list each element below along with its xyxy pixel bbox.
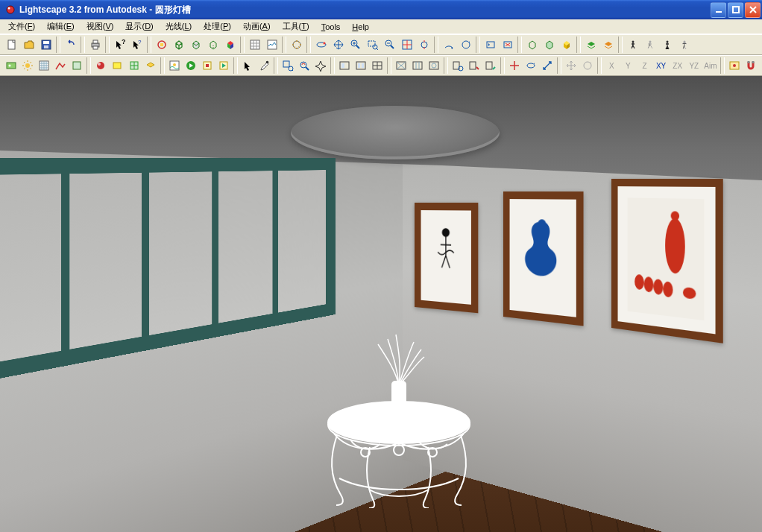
axis-x-button[interactable]: X [603,57,620,74]
new-button[interactable] [3,37,20,53]
blocks-panel-button[interactable] [125,57,142,74]
axis-yz-button[interactable]: YZ [686,57,702,74]
scene-table-wireframe [298,314,500,508]
help-cursor-button[interactable]: ? [111,37,128,53]
menu-item-view[interactable]: 视图(V) [81,20,119,33]
magnet-button[interactable] [743,57,759,74]
move-plus-button[interactable] [506,57,523,74]
frame3-button[interactable] [369,57,385,74]
wire-cube-button[interactable] [170,37,187,53]
render-button[interactable] [3,57,19,74]
stand-button[interactable] [658,37,676,53]
orbit-button[interactable] [312,37,330,53]
stop-tool-button[interactable] [199,57,215,74]
zoom-extents-button[interactable] [398,37,415,53]
mesh1-button[interactable] [393,57,409,74]
texture-button[interactable] [246,37,263,53]
query3-button[interactable] [482,57,499,74]
maximize-button[interactable] [728,2,743,18]
color-cube-button[interactable] [221,37,239,53]
whats-this-button[interactable]: ? [128,37,145,53]
tilt-button[interactable] [440,37,457,53]
eyedropper-button[interactable] [256,57,272,74]
viewport-3d[interactable] [0,76,762,532]
pan-button[interactable] [330,37,347,53]
svg-point-86 [394,445,404,455]
close-button[interactable] [745,2,761,18]
zoom-region-button[interactable] [280,57,296,74]
frame2-button[interactable] [353,57,369,74]
menu-item-process[interactable]: 处理(P) [198,20,236,33]
zoom-in-button[interactable] [347,37,364,53]
undo-button[interactable] [62,37,79,53]
run-button[interactable] [641,37,658,53]
fly-button[interactable] [676,37,693,53]
minimize-button[interactable] [711,2,726,18]
menu-item-tools-cn[interactable]: 工具(T) [277,20,315,33]
save-button[interactable] [37,37,54,53]
play-tool-button[interactable] [215,57,232,74]
target-button[interactable] [726,57,743,74]
zoom-out-button[interactable] [381,37,398,53]
axis-zx-button[interactable]: ZX [670,57,686,74]
menu-item-light[interactable]: 光线(L) [160,20,197,33]
edge-button[interactable] [52,57,69,74]
scene-ceiling-cove [291,106,500,159]
svg-point-68 [733,64,736,67]
app-icon [4,4,16,16]
layer-green-button[interactable] [582,37,599,53]
roll-button[interactable] [457,37,474,53]
menu-item-tools[interactable]: Tools [316,22,346,32]
query2-button[interactable] [466,57,482,74]
block-shaded-button[interactable] [541,37,558,53]
walk-button[interactable] [624,37,641,53]
go-button[interactable] [183,57,199,74]
menu-item-anim[interactable]: 动画(A) [238,20,276,33]
axis-xy-button[interactable]: XY [653,57,670,74]
zoom-window-button[interactable] [364,37,381,53]
isolate-button[interactable] [153,37,170,53]
rotate-tool-button[interactable] [523,57,539,74]
block-solid-button[interactable] [558,37,575,53]
menu-item-edit[interactable]: 编辑(E) [42,20,80,33]
mesh3-button[interactable] [426,57,442,74]
frame1-button[interactable] [336,57,353,74]
layers-panel-button[interactable] [142,57,159,74]
scale-tool-button[interactable] [539,57,555,74]
lights-panel-button[interactable] [109,57,125,74]
navigate-button[interactable] [312,57,329,74]
select-arrow-button[interactable] [239,57,256,74]
rotate-arrows-button[interactable] [579,57,596,74]
svg-rect-20 [368,41,375,46]
dolly-button[interactable] [415,37,432,53]
enhance-button[interactable] [263,37,280,53]
print-button[interactable] [86,37,104,53]
face-button[interactable] [69,57,85,74]
prev-view-button[interactable] [482,37,499,53]
axis-aim-button[interactable]: Aim [702,57,719,74]
axis-z-button[interactable]: Z [636,57,652,74]
material-button[interactable] [92,57,109,74]
svg-rect-9 [93,40,98,43]
scene-artwork-3 [611,179,723,343]
sun-button[interactable] [19,57,36,74]
open-button[interactable] [20,37,37,53]
query1-button[interactable] [450,57,466,74]
daylight-button[interactable] [166,57,183,74]
scene-artwork-2 [503,191,584,326]
layer-orange-button[interactable] [599,37,617,53]
menu-item-help[interactable]: Help [347,22,374,32]
scene-artwork-1 [415,203,478,313]
menu-item-file[interactable]: 文件(F) [3,20,40,33]
grid-fine-button[interactable] [36,57,52,74]
mesh2-button[interactable] [409,57,426,74]
block-wire-button[interactable] [523,37,541,53]
move-arrows-button[interactable] [563,57,579,74]
hidden-line-button[interactable] [204,37,221,53]
menu-item-display[interactable]: 显示(D) [120,20,158,33]
axis-y-button[interactable]: Y [620,57,636,74]
zoom-refresh-button[interactable] [296,57,312,74]
shaded-cube-button[interactable] [187,37,204,53]
ray-button[interactable] [288,37,305,53]
view-all-button[interactable] [499,37,516,53]
